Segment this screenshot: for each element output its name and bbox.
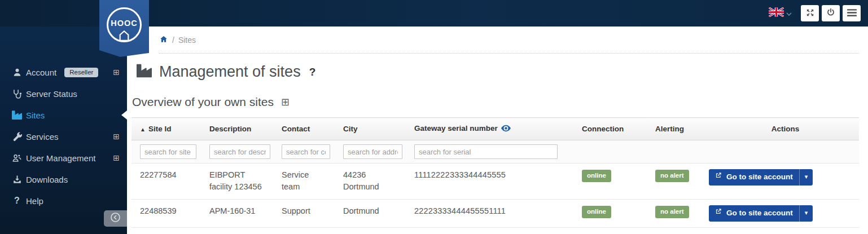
table-filter-row — [131, 140, 859, 164]
alerting-status-badge: no alert — [655, 170, 689, 182]
table-row: 22488539 APM-160-31 Support Dortmund 222… — [131, 200, 859, 228]
question-icon: ? — [8, 196, 25, 206]
expand-plus-icon[interactable]: ⊞ — [113, 68, 120, 76]
user-icon — [8, 67, 25, 78]
column-header-contact[interactable]: Contact — [273, 118, 335, 140]
users-icon — [8, 153, 25, 164]
sidebar-item-services[interactable]: Services ⊞ — [0, 126, 127, 147]
column-header-serial[interactable]: Gateway serial number — [406, 118, 573, 140]
sidebar-item-label: Server Status — [26, 89, 77, 99]
wrench-icon — [8, 131, 25, 142]
dropdown-caret-button[interactable]: ▾ — [799, 169, 813, 186]
page-header: Management of sites ? — [135, 63, 868, 81]
cell-site-id: 22277584 — [131, 164, 201, 200]
column-header-site-id[interactable]: ▲Site Id — [131, 118, 201, 140]
search-serial-input[interactable] — [414, 144, 558, 159]
factory-icon — [8, 110, 25, 120]
sidebar-item-sites[interactable]: Sites — [0, 104, 127, 126]
go-to-site-account-button[interactable]: Go to site account — [709, 169, 799, 186]
hamburger-icon — [847, 8, 857, 19]
factory-icon — [135, 63, 153, 81]
go-to-site-account-split-button: Go to site account ▾ — [709, 169, 813, 186]
connection-status-badge: online — [582, 206, 611, 218]
page-help-icon[interactable]: ? — [309, 66, 316, 78]
logout-button[interactable] — [822, 5, 840, 21]
section-header: Overview of your own sites ⊞ — [132, 95, 868, 109]
stethoscope-icon — [8, 89, 25, 99]
table-header-row: ▲Site Id Description Contact City Gatewa… — [131, 118, 859, 140]
active-item-arrow — [121, 111, 127, 120]
cell-site-id: 22488539 — [131, 200, 201, 228]
column-header-actions: Actions — [709, 118, 859, 140]
breadcrumb: / Sites — [159, 27, 859, 54]
column-header-city[interactable]: City — [335, 118, 406, 140]
search-site-id-input[interactable] — [140, 144, 196, 159]
add-site-icon[interactable]: ⊞ — [281, 97, 290, 107]
external-link-icon — [714, 207, 722, 219]
eye-icon[interactable] — [501, 125, 511, 134]
page-title: Management of sites — [159, 63, 301, 81]
dropdown-caret-button[interactable]: ▾ — [799, 205, 813, 222]
cell-serial: 22223333444455551111 — [406, 200, 573, 228]
cell-city: Dortmund — [335, 200, 406, 228]
alerting-status-badge: no alert — [655, 206, 689, 218]
search-address-input[interactable] — [343, 144, 402, 159]
cell-contact: Support — [273, 200, 335, 228]
power-icon — [826, 8, 835, 19]
hooc-logo[interactable]: HOOC — [99, 0, 149, 57]
main-content: / Sites Management of sites ? Overview o… — [127, 27, 868, 234]
sidebar-item-label: Account — [26, 68, 56, 77]
logo-text: HOOC — [111, 19, 138, 28]
sidebar-item-server-status[interactable]: Server Status — [0, 83, 127, 104]
sidebar-item-label: User Management — [26, 153, 95, 163]
search-description-input[interactable] — [209, 144, 270, 159]
sidebar-collapse-button[interactable] — [104, 210, 127, 227]
sidebar-item-help[interactable]: ? Help — [0, 190, 127, 211]
column-header-connection[interactable]: Connection — [573, 118, 647, 140]
sort-asc-icon: ▲ — [140, 126, 146, 133]
breadcrumb-current: Sites — [178, 36, 196, 45]
cell-contact: Service team — [273, 164, 335, 200]
uk-flag-icon — [769, 7, 784, 19]
cell-serial: 11112222333344445555 — [406, 164, 573, 200]
section-title: Overview of your own sites — [132, 95, 274, 109]
sidebar-item-label: Help — [26, 196, 43, 206]
menu-button[interactable] — [843, 5, 861, 21]
sidebar-nav: Account Reseller ⊞ Server Status Sites S… — [0, 61, 127, 211]
circle-arrow-left-icon — [110, 212, 121, 225]
cell-city: 44236 Dortmund — [335, 164, 406, 200]
go-to-site-account-button[interactable]: Go to site account — [709, 205, 799, 222]
expand-plus-icon[interactable]: ⊞ — [113, 154, 120, 162]
go-to-site-account-split-button: Go to site account ▾ — [709, 205, 813, 222]
cell-description: APM-160-31 — [201, 200, 273, 228]
expand-arrows-icon — [805, 8, 815, 19]
sidebar-item-label: Sites — [26, 111, 45, 120]
external-link-icon — [714, 171, 722, 183]
column-header-alerting[interactable]: Alerting — [647, 118, 709, 140]
house-icon — [118, 30, 130, 43]
chevron-down-icon — [786, 8, 792, 19]
fullscreen-button[interactable] — [801, 5, 819, 21]
column-header-description[interactable]: Description — [201, 118, 273, 140]
cell-description: EIBPORT facility 123456 — [201, 164, 273, 200]
home-icon[interactable] — [159, 35, 168, 45]
sidebar-item-downloads[interactable]: Downloads — [0, 169, 127, 190]
sidebar-item-account[interactable]: Account Reseller ⊞ — [0, 61, 127, 83]
reseller-badge: Reseller — [64, 68, 98, 77]
table-row: 22277584 EIBPORT facility 123456 Service… — [131, 164, 859, 200]
sidebar-item-label: Services — [26, 132, 59, 142]
logo-circle: HOOC — [107, 7, 142, 42]
expand-plus-icon[interactable]: ⊞ — [113, 133, 120, 140]
sidebar-item-label: Downloads — [26, 175, 68, 184]
connection-status-badge: online — [582, 170, 611, 182]
language-selector[interactable] — [769, 7, 792, 19]
breadcrumb-separator: / — [172, 36, 174, 45]
sites-table: ▲Site Id Description Contact City Gatewa… — [131, 117, 859, 228]
download-icon — [8, 174, 25, 185]
sidebar-item-user-management[interactable]: User Management ⊞ — [0, 147, 127, 169]
search-contact-input[interactable] — [282, 144, 330, 159]
